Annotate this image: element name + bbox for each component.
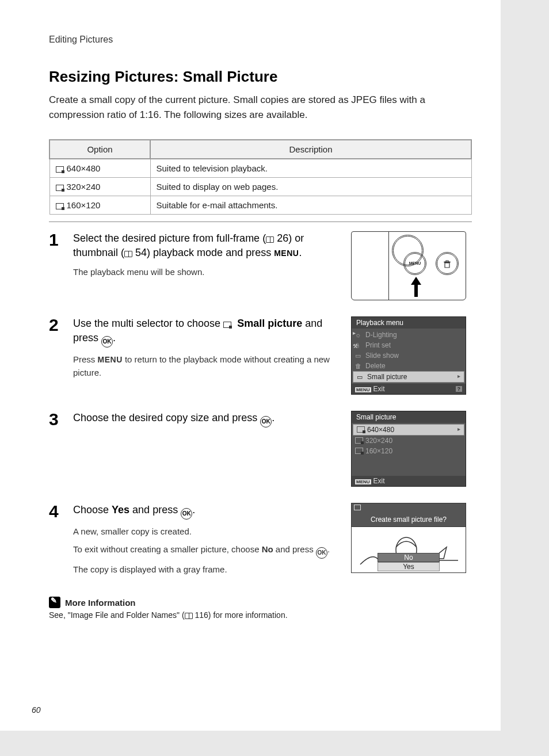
lcd-footer: MENUExit ?	[352, 384, 466, 394]
lcd-confirm-dialog: Create small picture file? No Yes	[351, 503, 466, 573]
step-title: Use the multi selector to choose Small p…	[73, 316, 343, 348]
page-ref-icon	[124, 251, 132, 257]
page-number: 60	[32, 705, 41, 715]
step-desc: Press MENU to return to the playback mod…	[73, 353, 343, 379]
lcd-title: Small picture	[352, 411, 466, 423]
menu-label: MENU	[274, 249, 299, 258]
size-option-160: 160×120	[352, 446, 466, 456]
size-icon	[355, 448, 363, 454]
size-icon	[56, 203, 64, 209]
step-desc: The copy is displayed with a gray frame.	[73, 563, 343, 576]
step-figure: MENU	[351, 231, 472, 300]
arrow-up-icon	[411, 277, 421, 285]
delete-button-icon	[436, 252, 459, 275]
menu-box-icon: MENU	[355, 479, 371, 484]
table-row: 320×240 Suited to display on web pages.	[49, 178, 471, 196]
option-label: 640×480	[67, 163, 101, 173]
help-icon: ?	[456, 386, 463, 392]
step-4: 4 Choose Yes and press OK. A new, smalle…	[49, 503, 472, 581]
more-info-body: See, "Image File and Folder Names" ( 116…	[49, 610, 472, 620]
small-picture-icon	[354, 505, 361, 510]
confirm-no-option: No	[378, 553, 440, 562]
step-1: 1 Select the desired picture from full-f…	[49, 231, 472, 300]
step-number: 3	[49, 411, 73, 487]
confirm-yes-option: Yes	[378, 562, 440, 571]
camera-back-illustration: MENU	[351, 231, 466, 300]
lcd-playback-menu: Playback menu ▸ ⚒ ☼D-Lighting ⎙Print set…	[351, 316, 466, 395]
ok-button-icon: OK	[316, 547, 327, 559]
option-label: 160×120	[67, 200, 101, 210]
menu-item-dlighting: ☼D-Lighting	[352, 330, 466, 340]
step-figure: Playback menu ▸ ⚒ ☼D-Lighting ⎙Print set…	[351, 316, 472, 395]
step-desc: The playback menu will be shown.	[73, 266, 343, 279]
intro-paragraph: Create a small copy of the current pictu…	[49, 93, 472, 122]
table-row: 160×120 Suitable for e-mail attachments.	[49, 196, 471, 215]
step-3: 3 Choose the desired copy size and press…	[49, 411, 472, 487]
menu-item-smallpicture: ▭Small picture	[353, 371, 464, 383]
menu-item-slideshow: ▭Slide show	[352, 350, 466, 361]
trash-icon: 🗑	[355, 362, 361, 369]
divider	[49, 222, 472, 222]
manual-page: Editing Pictures Resizing Pictures: Smal…	[0, 0, 501, 731]
step-title: Select the desired picture from full-fra…	[73, 231, 343, 260]
table-header-description: Description	[150, 140, 471, 159]
step-title: Choose Yes and press OK.	[73, 503, 343, 520]
print-icon: ⎙	[355, 342, 359, 349]
ok-button-icon: OK	[101, 336, 113, 348]
page-ref-icon	[185, 613, 193, 619]
option-label: 320×240	[67, 182, 101, 192]
ok-button-icon: OK	[181, 508, 192, 520]
size-icon	[56, 185, 64, 191]
menu-item-delete: 🗑Delete	[352, 361, 466, 371]
dlighting-icon: ☼	[355, 331, 361, 338]
confirm-question: Create small picture file?	[352, 513, 466, 526]
step-figure: Small picture 640×480 320×240 160×120 ME…	[351, 411, 472, 487]
ok-button-icon: OK	[260, 416, 272, 427]
menu-item-printset: ⎙Print set	[352, 340, 466, 350]
lcd-footer: MENUExit	[352, 476, 466, 486]
size-options-table: Option Description 640×480 Suited to tel…	[49, 139, 472, 215]
step-desc: A new, smaller copy is created.	[73, 525, 343, 539]
menu-button-icon: MENU	[403, 252, 426, 275]
small-picture-icon	[223, 322, 231, 328]
option-desc: Suited to display on web pages.	[150, 178, 471, 196]
more-info-heading: More Information	[65, 598, 136, 608]
size-icon	[357, 426, 365, 433]
step-number: 2	[49, 316, 73, 395]
menu-label: MENU	[98, 355, 123, 364]
size-icon	[355, 437, 363, 444]
step-figure: Create small picture file? No Yes	[351, 503, 472, 581]
page-title: Resizing Pictures: Small Picture	[49, 68, 472, 86]
option-desc: Suitable for e-mail attachments.	[150, 196, 471, 215]
preview-image: No Yes	[352, 526, 466, 572]
step-desc: To exit without creating a smaller pictu…	[73, 543, 343, 559]
size-option-640: 640×480	[353, 424, 464, 436]
slideshow-icon: ▭	[355, 352, 361, 360]
table-header-option: Option	[49, 140, 150, 159]
step-number: 4	[49, 503, 73, 581]
size-icon	[56, 166, 64, 173]
breadcrumb: Editing Pictures	[49, 35, 472, 45]
step-2: 2 Use the multi selector to choose Small…	[49, 316, 472, 395]
table-row: 640×480 Suited to television playback.	[49, 159, 471, 178]
size-option-320: 320×240	[352, 436, 466, 446]
more-information-section: More Information See, "Image File and Fo…	[49, 597, 472, 620]
small-picture-icon: ▭	[357, 373, 363, 381]
page-ref-icon	[266, 236, 274, 243]
step-title: Choose the desired copy size and press O…	[73, 411, 343, 427]
step-number: 1	[49, 231, 73, 300]
lcd-title: Playback menu	[352, 317, 466, 329]
menu-box-icon: MENU	[355, 387, 371, 392]
option-desc: Suited to television playback.	[150, 159, 471, 178]
note-icon	[49, 597, 60, 608]
lcd-small-picture-menu: Small picture 640×480 320×240 160×120 ME…	[351, 411, 466, 487]
